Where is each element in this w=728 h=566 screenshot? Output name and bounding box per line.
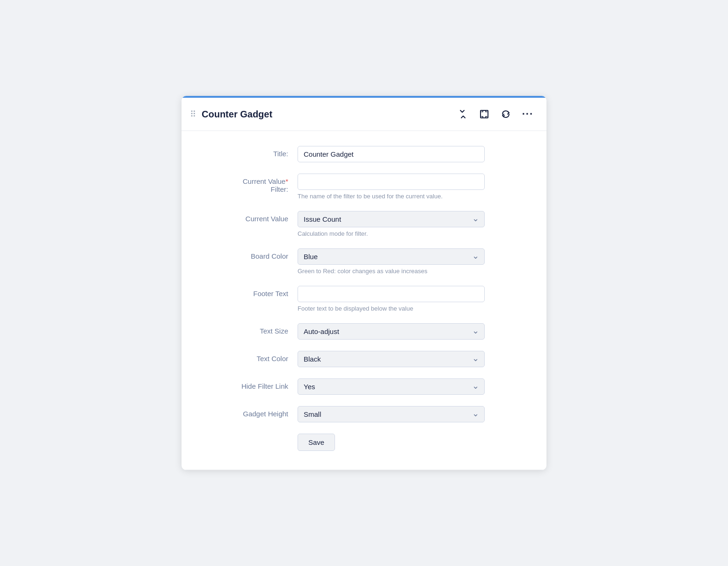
counter-gadget-card: ⠿ Counter Gadget — [182, 96, 546, 470]
text-size-label: Text Size — [204, 323, 298, 335]
current-value-filter-row: Current Value* Filter: The name of the f… — [204, 174, 524, 200]
save-row: Save — [204, 434, 524, 451]
current-value-row: Current Value Issue Count Story Points C… — [204, 211, 524, 237]
text-color-select-wrap: Black White Blue Red — [298, 351, 485, 367]
title-input[interactable] — [298, 146, 485, 162]
gadget-height-select[interactable]: Small Medium Large — [298, 406, 485, 422]
text-color-select-wrapper: Black White Blue Red — [298, 351, 485, 367]
current-value-filter-hint: The name of the filter to be used for th… — [298, 193, 485, 200]
current-value-select-wrapper: Issue Count Story Points Custom — [298, 211, 485, 227]
card-footer — [182, 470, 546, 470]
gadget-height-row: Gadget Height Small Medium Large — [204, 406, 524, 422]
footer-text-input[interactable] — [298, 286, 485, 302]
current-value-filter-label: Current Value* Filter: — [204, 174, 298, 193]
text-size-select[interactable]: Auto-adjust Small Medium Large — [298, 323, 485, 340]
title-row: Title: — [204, 146, 524, 162]
title-input-wrap — [298, 146, 485, 162]
current-value-select-wrap: Issue Count Story Points Custom Calculat… — [298, 211, 485, 237]
current-value-label: Current Value — [204, 211, 298, 223]
gadget-height-select-wrap: Small Medium Large — [298, 406, 485, 422]
text-size-row: Text Size Auto-adjust Small Medium Large — [204, 323, 524, 340]
save-btn-wrap: Save — [298, 434, 485, 451]
gadget-height-label: Gadget Height — [204, 406, 298, 418]
board-color-label: Board Color — [204, 248, 298, 260]
required-star: * — [285, 177, 288, 185]
page-title: Counter Gadget — [202, 109, 272, 120]
card-header: ⠿ Counter Gadget — [182, 98, 546, 131]
board-color-select-wrapper: Blue Green Red Green to Red — [298, 248, 485, 265]
gadget-height-select-wrapper: Small Medium Large — [298, 406, 485, 422]
board-color-row: Board Color Blue Green Red Green to Red … — [204, 248, 524, 275]
card-body: Title: Current Value* Filter: The name o… — [182, 131, 546, 470]
current-value-filter-input[interactable] — [298, 174, 485, 190]
footer-text-row: Footer Text Footer text to be displayed … — [204, 286, 524, 312]
hide-filter-link-select[interactable]: Yes No — [298, 378, 485, 395]
current-value-select[interactable]: Issue Count Story Points Custom — [298, 211, 485, 227]
footer-text-label: Footer Text — [204, 286, 298, 298]
footer-text-hint: Footer text to be displayed below the va… — [298, 305, 485, 312]
header-actions: ··· — [456, 106, 535, 122]
save-label-spacer — [204, 434, 298, 437]
board-color-select[interactable]: Blue Green Red Green to Red — [298, 248, 485, 265]
text-color-row: Text Color Black White Blue Red — [204, 351, 524, 367]
title-label: Title: — [204, 146, 298, 158]
text-color-select[interactable]: Black White Blue Red — [298, 351, 485, 367]
expand-button[interactable] — [477, 107, 491, 121]
hide-filter-link-select-wrapper: Yes No — [298, 378, 485, 395]
text-color-label: Text Color — [204, 351, 298, 363]
text-size-select-wrap: Auto-adjust Small Medium Large — [298, 323, 485, 340]
hide-filter-link-select-wrap: Yes No — [298, 378, 485, 395]
board-color-hint: Green to Red: color changes as value inc… — [298, 268, 485, 275]
more-options-button[interactable]: ··· — [520, 106, 535, 122]
text-size-select-wrapper: Auto-adjust Small Medium Large — [298, 323, 485, 340]
header-left: ⠿ Counter Gadget — [190, 109, 272, 120]
drag-icon[interactable]: ⠿ — [190, 109, 196, 119]
hide-filter-link-row: Hide Filter Link Yes No — [204, 378, 524, 395]
current-value-hint: Calculation mode for filter. — [298, 230, 485, 237]
refresh-button[interactable] — [499, 107, 513, 121]
hide-filter-link-label: Hide Filter Link — [204, 378, 298, 390]
collapse-button[interactable] — [456, 107, 470, 121]
current-value-filter-wrap: The name of the filter to be used for th… — [298, 174, 485, 200]
footer-text-wrap: Footer text to be displayed below the va… — [298, 286, 485, 312]
board-color-select-wrap: Blue Green Red Green to Red Green to Red… — [298, 248, 485, 275]
save-button[interactable]: Save — [298, 434, 335, 451]
